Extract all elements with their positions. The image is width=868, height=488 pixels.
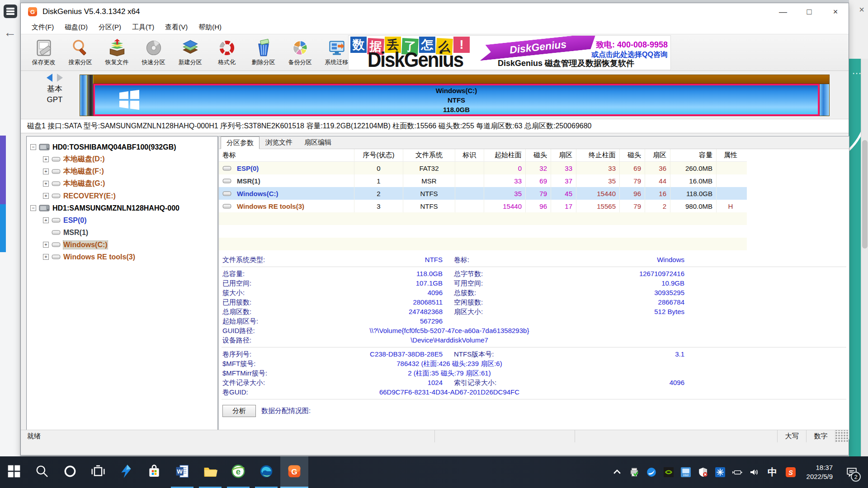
taskbar-search-icon-taskbar[interactable] — [28, 456, 56, 488]
snowflake-icon[interactable] — [713, 456, 727, 488]
tree-item-8[interactable]: +Windows(C:) — [27, 239, 217, 251]
toolbar-delete-button[interactable]: 删除分区 — [245, 36, 282, 69]
toolbar-format-button[interactable]: 格式化 — [208, 36, 245, 69]
partition-esp-sliver[interactable] — [80, 75, 87, 116]
table-row-esp-0-[interactable]: ESP(0)0FAT3203233336936260.0MB — [219, 162, 747, 174]
menu-item-0[interactable]: 文件(F) — [26, 22, 59, 33]
printer-check-icon[interactable] — [627, 456, 641, 488]
close-button[interactable]: × — [822, 3, 849, 20]
table-row-msr-1-[interactable]: MSR(1)1MSR33693735794416.0MB — [219, 174, 747, 187]
battery-icon[interactable] — [731, 456, 744, 488]
ad-banner[interactable]: 数据丢了怎么! DiskGenius DiskGenius 致电: 400-00… — [348, 35, 671, 70]
toolbar-save-button[interactable]: 保存更改 — [25, 36, 62, 69]
toolbar-recover-button[interactable]: 恢复文件 — [99, 36, 135, 69]
table-cell — [717, 162, 745, 174]
taskbar-start-icon[interactable] — [0, 456, 28, 488]
expand-icon[interactable]: + — [43, 242, 49, 248]
minimize-button[interactable]: — — [770, 3, 796, 20]
tree-item-6[interactable]: +ESP(0) — [27, 214, 217, 226]
background-scrollbar[interactable] — [861, 59, 868, 456]
menu-item-1[interactable]: 磁盘(D) — [59, 22, 93, 33]
partition-re-sliver[interactable] — [819, 84, 829, 116]
expand-icon[interactable]: + — [43, 254, 49, 260]
collapse-icon[interactable]: − — [30, 205, 36, 211]
detail-value: 28068511 — [332, 297, 443, 307]
tree-item-0[interactable]: −HD0:TOSHIBAMQ04ABF100(932GB) — [27, 141, 217, 153]
tree-item-3[interactable]: +本地磁盘(G:) — [27, 178, 217, 190]
collapse-icon[interactable]: − — [30, 144, 36, 150]
bird-icon[interactable] — [645, 456, 658, 488]
taskbar-word-icon[interactable]: W — [168, 456, 196, 488]
disk-info-line: 磁盘1 接口:SATA 型号:SAMSUNGMZNLN128HAHQ-000H1… — [21, 119, 849, 133]
intel-icon[interactable]: intel — [679, 456, 693, 488]
menu-item-4[interactable]: 查看(V) — [160, 22, 193, 33]
expand-icon[interactable]: + — [43, 181, 49, 187]
tab-1[interactable]: 浏览文件 — [259, 136, 298, 149]
menu-item-3[interactable]: 工具(T) — [127, 22, 160, 33]
column-header: 起始柱面 — [484, 149, 526, 161]
defender-icon[interactable] — [696, 456, 710, 488]
detail-label: 已用空间: — [222, 278, 251, 288]
tree-item-9[interactable]: +Windows RE tools(3) — [27, 251, 217, 263]
taskbar-cortana-icon[interactable] — [56, 456, 84, 488]
taskbar-edge-icon[interactable] — [252, 456, 280, 488]
menu-item-2[interactable]: 分区(P) — [93, 22, 127, 33]
ime-chinese-indicator[interactable]: 中 — [765, 456, 780, 488]
next-disk-icon[interactable] — [57, 74, 63, 82]
tree-item-1[interactable]: +本地磁盘(D:) — [27, 153, 217, 165]
action-center-icon[interactable]: 2 — [842, 456, 862, 488]
table-cell — [455, 162, 484, 174]
expand-icon[interactable]: + — [43, 193, 49, 199]
taskbar-thunder-icon[interactable] — [112, 456, 140, 488]
tree-item-label: 本地磁盘(F:) — [63, 167, 104, 176]
taskbar-explorer-icon[interactable] — [196, 456, 224, 488]
backup-icon — [291, 39, 309, 57]
tree-item-5[interactable]: −HD1:SAMSUNGMZNLN128HAHQ-000 — [27, 202, 217, 214]
table-cell — [455, 200, 484, 212]
analyze-button[interactable]: 分析 — [222, 405, 256, 417]
detail-value: \\?\Volume{fcf0fc5b-5207-47ce-a60a-7da61… — [332, 326, 567, 335]
partition-windows-c[interactable]: Windows(C:) NTFS 118.0GB — [94, 84, 819, 116]
nvidia-icon[interactable] — [662, 456, 675, 488]
resize-grip[interactable] — [835, 430, 849, 442]
taskbar-diskgenius-icon[interactable]: G — [280, 456, 308, 488]
table-empty-row — [219, 225, 747, 238]
detail-label: 卷序列号: — [222, 349, 251, 359]
quick-partition-icon — [145, 39, 163, 57]
toolbar-search-button[interactable]: 搜索分区 — [62, 36, 99, 69]
table-cell: 1 — [354, 174, 403, 187]
tree-item-4[interactable]: +RECOVERY(E:) — [27, 190, 217, 202]
tree-item-label: RECOVERY(E:) — [63, 192, 116, 200]
table-cell: 0 — [484, 162, 526, 174]
detail-label: 索引记录大小: — [454, 378, 496, 387]
background-window-left: ← — [0, 0, 20, 456]
disk-mode-label: 基本 — [34, 84, 75, 94]
tree-item-7[interactable]: +MSR(1) — [27, 226, 217, 239]
tab-2[interactable]: 扇区编辑 — [298, 136, 337, 149]
toolbar-backup-button[interactable]: 备份分区 — [282, 36, 318, 69]
maximize-button[interactable]: □ — [796, 3, 822, 20]
tree-item-2[interactable]: +本地磁盘(F:) — [27, 165, 217, 178]
tab-0[interactable]: 分区参数 — [221, 136, 259, 149]
toolbar-new-partition-button[interactable]: 新建分区 — [172, 36, 208, 69]
expand-icon[interactable]: + — [43, 156, 49, 162]
sogou-icon[interactable]: S — [784, 456, 797, 488]
detail-row: $MFTMirr簇号:2 (柱面:35 磁头:79 扇区:61) — [219, 368, 849, 378]
prev-disk-icon[interactable] — [47, 74, 52, 82]
detail-row: 簇大小:4096总簇数:30935295 — [219, 288, 849, 297]
expand-icon[interactable]: + — [43, 217, 49, 223]
detail-value: Windows — [535, 255, 684, 264]
menu-item-5[interactable]: 帮助(H) — [193, 22, 227, 33]
toolbar-quick-partition-button[interactable]: 快速分区 — [135, 36, 172, 69]
background-close-icon: × — [859, 5, 864, 15]
taskbar-store-icon[interactable] — [140, 456, 168, 488]
taskbar-task-view-icon[interactable] — [84, 456, 112, 488]
partition-msr-sliver[interactable] — [87, 75, 94, 116]
table-row-windows-c-[interactable]: Windows(C:)2NTFS357945154409616118.0GB — [219, 187, 747, 200]
table-row-windows-re-tools-3-[interactable]: Windows RE tools(3)3NTFS1544096171556579… — [219, 200, 747, 212]
taskbar-green-e-browser-icon[interactable]: e — [224, 456, 252, 488]
volume-icon[interactable] — [748, 456, 761, 488]
chevron-up-icon[interactable] — [610, 456, 624, 488]
taskbar-clock[interactable]: 18:37 2022/5/9 — [801, 463, 838, 481]
expand-icon[interactable]: + — [43, 169, 49, 174]
